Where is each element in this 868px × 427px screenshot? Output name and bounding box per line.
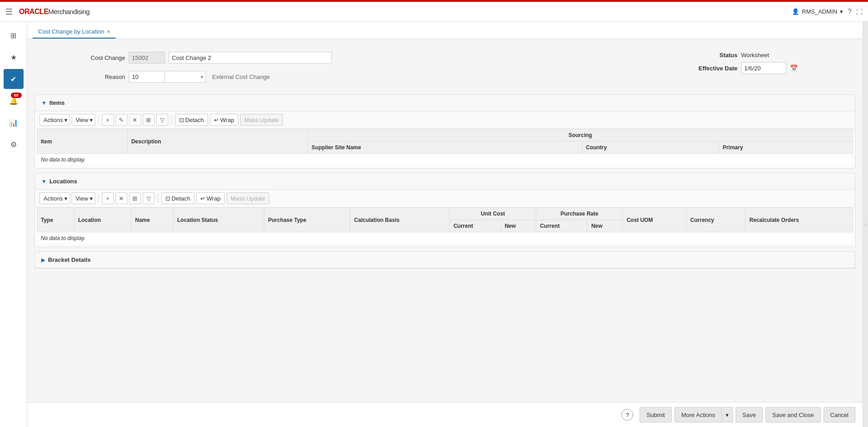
items-panel-toggle[interactable]: ▼ (41, 100, 47, 106)
sidebar-item-notifications[interactable]: 🔔 (4, 91, 24, 111)
locations-no-data-row: No data to display. (37, 232, 853, 245)
loc-col-location-status: Location Status (174, 208, 264, 232)
locations-table: Type Location Name Location Status Purch… (37, 207, 853, 245)
items-mass-update-button[interactable]: Mass Update (240, 114, 283, 126)
locations-delete-button[interactable]: ✕ (116, 192, 127, 204)
effective-date-label: Effective Date (692, 65, 737, 72)
items-filter-button[interactable]: ▽ (156, 114, 168, 126)
items-col-sourcing-group: Sourcing (308, 129, 853, 142)
loc-col-unit-cost-current: Current (450, 220, 501, 232)
sidebar-item-grid[interactable]: ⊞ (4, 25, 24, 45)
tab-label: Cost Change by Location (38, 28, 104, 35)
items-panel-header[interactable]: ▼ Items (35, 95, 855, 111)
items-toolbar-sep2 (171, 115, 172, 124)
loc-col-purchase-rate-current: Current (536, 220, 587, 232)
cost-change-name-field[interactable] (169, 52, 332, 64)
hamburger-menu-icon[interactable]: ☰ (5, 7, 13, 17)
locations-toolbar: Actions ▾ View ▾ + ✕ ⊞ ▽ (35, 190, 855, 207)
items-delete-button[interactable]: ✕ (129, 114, 141, 126)
items-view-detail-button[interactable]: ⊞ (143, 114, 155, 126)
bracket-panel-toggle[interactable]: ▶ (41, 257, 45, 263)
cancel-button[interactable]: Cancel (824, 407, 855, 422)
items-col-item: Item (37, 129, 128, 154)
locations-mass-update-label: Mass Update (231, 195, 266, 202)
more-actions-dropdown-button[interactable]: ▾ (722, 407, 733, 422)
items-wrap-button[interactable]: ↵ Wrap (210, 114, 238, 126)
items-detach-button[interactable]: ⊡ Detach (175, 114, 208, 126)
loc-col-recalc-orders: Recalculate Orders (746, 208, 853, 232)
locations-toolbar-sep2 (158, 194, 158, 203)
items-view-button[interactable]: View ▾ (72, 114, 95, 126)
locations-wrap-button[interactable]: ↵ Wrap (196, 192, 225, 204)
items-wrap-icon: ↵ (214, 117, 219, 123)
loc-col-calc-basis: Calculation Basis (350, 208, 450, 232)
user-menu[interactable]: 👤 RMS_ADMIN ▾ (792, 8, 843, 15)
help-icon[interactable]: ? (848, 8, 852, 16)
locations-actions-label: Actions (44, 195, 63, 202)
loc-col-unit-cost-group: Unit Cost (450, 208, 536, 220)
right-collapse-handle[interactable]: ‹ (863, 22, 868, 427)
more-actions-button[interactable]: More Actions (674, 407, 722, 422)
more-actions-group: More Actions ▾ (674, 407, 733, 422)
sidebar-item-settings[interactable]: ⚙ (4, 134, 24, 154)
locations-panel: ▼ Locations Actions ▾ View ▾ (34, 173, 855, 247)
sidebar-item-chart[interactable]: 📊 (4, 113, 24, 133)
reason-description: External Cost Change (212, 74, 270, 80)
items-toolbar: Actions ▾ View ▾ + ✎ ✕ ⊞ ▽ (35, 111, 855, 129)
items-panel: ▼ Items Actions ▾ View ▾ (34, 94, 855, 168)
locations-view-button[interactable]: View ▾ (72, 192, 95, 204)
locations-panel-header[interactable]: ▼ Locations (35, 173, 855, 190)
locations-view-label: View (76, 195, 88, 202)
effective-date-field[interactable] (741, 62, 786, 74)
tab-cost-change-by-location[interactable]: Cost Change by Location × (33, 25, 116, 39)
items-panel-title: Items (49, 99, 65, 106)
locations-actions-arrow: ▾ (64, 195, 68, 202)
oracle-logo: ORACLEMerchandising (19, 7, 90, 16)
loc-col-purchase-rate-group: Purchase Rate (536, 208, 623, 220)
loc-col-cost-uom: Cost UOM (623, 208, 686, 232)
username-label: RMS_ADMIN (802, 8, 837, 15)
save-button[interactable]: Save (736, 407, 763, 422)
locations-filter-button[interactable]: ▽ (143, 192, 155, 204)
loc-col-type: Type (37, 208, 75, 232)
locations-actions-button[interactable]: Actions ▾ (39, 192, 70, 204)
items-actions-label: Actions (44, 117, 63, 123)
more-actions-dropdown-arrow: ▾ (726, 412, 729, 418)
loc-col-unit-cost-new: New (501, 220, 536, 232)
submit-button[interactable]: Submit (640, 407, 671, 422)
user-icon: 👤 (792, 8, 799, 15)
cost-change-label: Cost Change (71, 54, 125, 61)
reason-dropdown[interactable] (165, 71, 206, 83)
help-button[interactable]: ? (621, 409, 633, 421)
locations-detach-button[interactable]: ⊡ Detach (161, 192, 194, 204)
status-value: Worksheet (741, 52, 769, 59)
calendar-icon[interactable]: 📅 (790, 64, 798, 72)
items-no-data-row: No data to display. (37, 154, 853, 166)
user-dropdown-arrow[interactable]: ▾ (840, 8, 843, 15)
bracket-panel-title: Bracket Details (48, 256, 91, 263)
items-col-country: Country (582, 142, 719, 154)
locations-mass-update-button[interactable]: Mass Update (227, 192, 270, 204)
items-panel-content: Actions ▾ View ▾ + ✎ ✕ ⊞ ▽ (35, 111, 855, 168)
bracket-panel-header[interactable]: ▶ Bracket Details (35, 252, 855, 268)
cost-change-id-field (129, 52, 165, 64)
save-close-label: Save and Close (772, 412, 814, 418)
locations-panel-toggle[interactable]: ▼ (41, 178, 47, 185)
locations-view-detail-button[interactable]: ⊞ (129, 192, 141, 204)
locations-add-button[interactable]: + (102, 192, 114, 204)
items-add-button[interactable]: + (102, 114, 114, 126)
reason-value-field[interactable] (129, 71, 165, 83)
sidebar-item-tasks[interactable]: ✔ (4, 69, 24, 89)
items-edit-button[interactable]: ✎ (116, 114, 127, 126)
sidebar-item-star[interactable]: ★ (4, 47, 24, 67)
save-close-button[interactable]: Save and Close (766, 407, 821, 422)
tab-close-button[interactable]: × (107, 29, 110, 35)
items-actions-button[interactable]: Actions ▾ (39, 114, 70, 126)
items-table: Item Description Sourcing Supplier Site … (37, 129, 853, 166)
items-toolbar-sep1 (98, 115, 99, 124)
save-label: Save (742, 412, 756, 418)
expand-icon[interactable]: ⛶ (856, 8, 863, 15)
loc-col-currency: Currency (686, 208, 745, 232)
items-detach-icon: ⊡ (179, 117, 184, 123)
items-wrap-label: Wrap (220, 117, 234, 123)
